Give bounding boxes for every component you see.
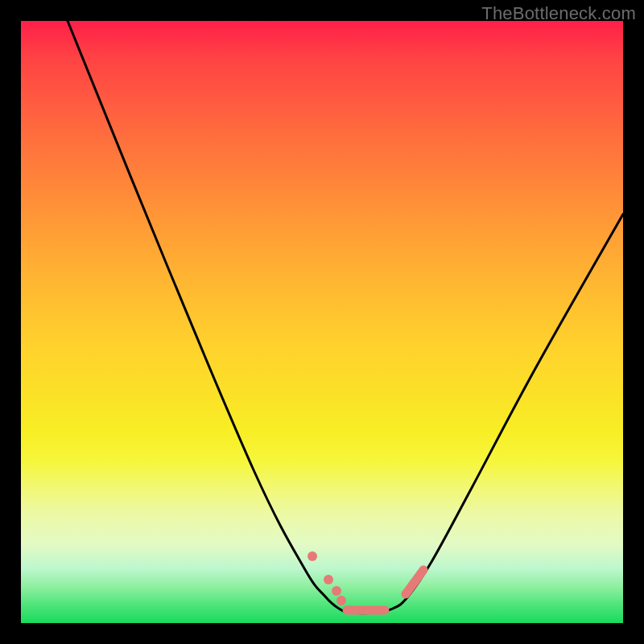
watermark-text: TheBottleneck.com [481, 3, 636, 24]
marker-dot [336, 596, 346, 605]
curve-markers [308, 551, 423, 610]
marker-dot [332, 586, 341, 596]
bottleneck-curve-svg [21, 21, 623, 623]
chart-plot-area [21, 21, 623, 623]
marker-dot [308, 551, 317, 561]
bottleneck-curve [68, 21, 623, 613]
marker-dot [324, 575, 333, 584]
marker-rising-segment [406, 570, 423, 594]
